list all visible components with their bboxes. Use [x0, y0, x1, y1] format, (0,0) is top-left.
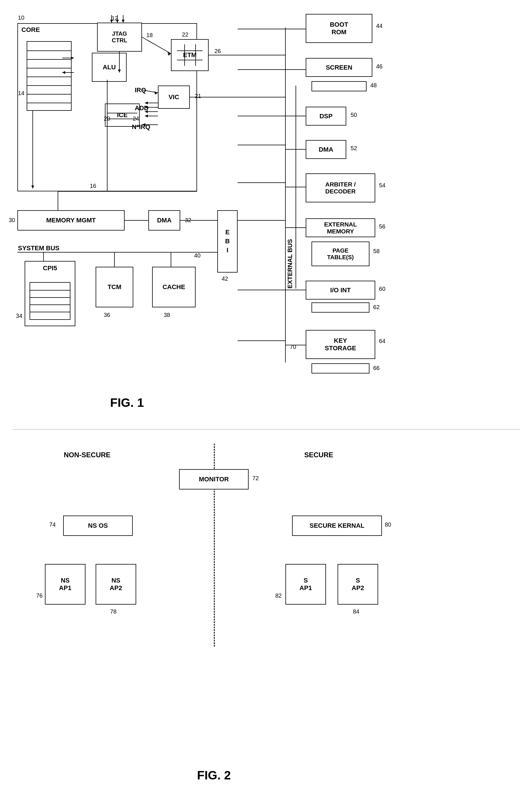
page: 10 CORE ALU ICE 14 16 JTAG CTRL	[0, 0, 532, 809]
nirq-label: N*IRQ	[132, 123, 150, 131]
nsap2-box: NS AP2	[95, 564, 136, 605]
fig1-caption: FIG. 1	[110, 396, 144, 410]
svg-marker-5	[122, 20, 125, 23]
ref-26: 26	[214, 48, 221, 54]
keystorage-box: KEY STORAGE	[306, 330, 375, 359]
arbiter-box: ARBITER / DECODER	[306, 173, 375, 202]
ref-24: 24	[133, 116, 139, 122]
tcm-box: TCM	[95, 267, 133, 307]
ref-36: 36	[104, 312, 110, 319]
ref-14: 14	[18, 90, 24, 97]
fig2-lines	[0, 429, 532, 809]
dma-top-box: DMA	[148, 210, 180, 230]
etm-box: ETM	[171, 39, 209, 71]
alu-box: ALU	[92, 53, 127, 82]
ref-50: 50	[351, 111, 357, 118]
extbus-container: EXTERNAL BUS	[285, 52, 297, 322]
ref-56: 56	[379, 223, 385, 230]
ref-34: 34	[16, 313, 22, 319]
screen-box: SCREEN	[306, 58, 372, 77]
sap1-box: S AP1	[285, 564, 326, 605]
ebi-box: E B I	[217, 210, 237, 273]
ref-58: 58	[373, 248, 379, 255]
ref-30: 30	[9, 217, 15, 224]
ref-40: 40	[194, 252, 200, 259]
ref-80: 80	[385, 521, 391, 528]
ref-20: 20	[104, 116, 110, 122]
ref-74: 74	[49, 521, 56, 528]
ref-12: 12	[111, 15, 118, 22]
ref-46: 46	[376, 63, 383, 70]
sap2-box: S AP2	[338, 564, 378, 605]
ref-44: 44	[376, 23, 383, 29]
nsos-box: NS OS	[63, 516, 133, 536]
secure-label: SECURE	[304, 451, 333, 459]
dsp-box: DSP	[306, 107, 346, 125]
jtag-box: JTAG CTRL	[97, 23, 142, 52]
extbus-label: EXTERNAL BUS	[286, 86, 296, 289]
ref-62: 62	[373, 304, 379, 311]
ref-64: 64	[379, 338, 385, 344]
vic-box: VIC	[158, 86, 190, 109]
ref-16: 16	[90, 183, 96, 189]
ref-82: 82	[275, 592, 282, 599]
ref-76: 76	[36, 592, 42, 599]
cache-box: CACHE	[152, 267, 196, 307]
pagetable-box: PAGE TABLE(S)	[312, 242, 370, 266]
ref-60: 60	[379, 286, 385, 292]
ref-18: 18	[146, 32, 153, 38]
ioint-inner	[312, 303, 370, 313]
ref-10: 10	[18, 15, 24, 21]
fig2-caption: FIG. 2	[197, 769, 231, 782]
core-label: CORE	[21, 26, 40, 34]
ref-84: 84	[353, 608, 359, 615]
nsap1-box: NS AP1	[45, 564, 86, 605]
monitor-box: MONITOR	[179, 469, 249, 489]
ref-52: 52	[351, 145, 357, 152]
ref-72: 72	[252, 475, 259, 482]
ref-54: 54	[379, 182, 385, 189]
ref-42: 42	[221, 275, 228, 282]
irq-label: IRQ	[135, 86, 146, 94]
ref-66: 66	[373, 365, 379, 372]
cpi5-box: CPI5	[24, 261, 75, 326]
securekernal-box: SECURE KERNAL	[292, 516, 382, 536]
ref-78: 78	[110, 608, 117, 615]
screen-inner	[312, 81, 367, 91]
ref-32: 32	[185, 217, 191, 224]
add-label: ADD	[135, 104, 149, 112]
ref-21: 21	[195, 93, 201, 100]
memmgmt-box: MEMORY MGMT	[17, 210, 125, 230]
keystorage-inner	[312, 363, 370, 374]
dma-right-box: DMA	[306, 140, 346, 159]
ioint-box: I/O INT	[306, 281, 375, 299]
ref-48: 48	[370, 82, 377, 89]
separator	[12, 429, 520, 430]
extmem-box: EXTERNAL MEMORY	[306, 218, 375, 237]
nonsecure-label: NON-SECURE	[64, 451, 110, 459]
ref-38: 38	[164, 312, 170, 319]
bootrom-box: BOOT ROM	[306, 14, 372, 43]
sysbus-label: SYSTEM BUS	[18, 244, 59, 252]
ref-70: 70	[290, 344, 296, 350]
ref-22: 22	[182, 31, 188, 38]
